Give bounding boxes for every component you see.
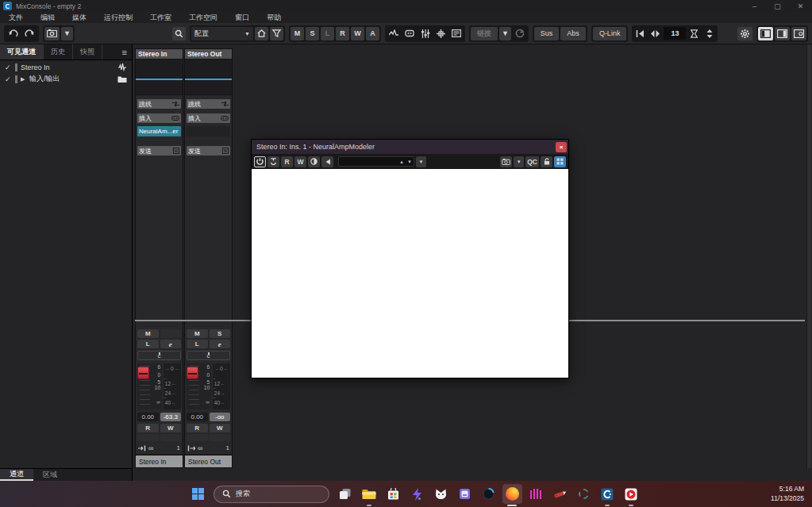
volume-fader[interactable]: 6 0 5 10 ∞ (137, 363, 162, 409)
link-sus-button[interactable]: Sus (534, 27, 560, 40)
read-all-button[interactable]: R (336, 27, 349, 40)
volume-value[interactable]: 0.00 (137, 413, 159, 421)
spectrum-analyzer-app-icon[interactable] (526, 484, 546, 504)
tab-visible-channels[interactable]: 可见通道 (0, 44, 44, 60)
write-automation-button[interactable]: W (210, 424, 231, 432)
tab-zones[interactable]: 区域 (33, 469, 67, 481)
meter-peak-value[interactable]: -63.3 (160, 413, 182, 421)
expand-arrow-icon[interactable]: ▶ (21, 76, 26, 83)
mute-all-button[interactable]: M (291, 27, 304, 40)
strip-header[interactable]: Stereo In (136, 49, 183, 60)
layout-left-zone-button[interactable] (758, 27, 773, 40)
start-button-icon[interactable] (188, 484, 208, 504)
link-group-button[interactable]: 链接 (471, 27, 498, 40)
channel-count-field[interactable]: 13 (664, 27, 686, 40)
input-routing-icon[interactable] (138, 445, 146, 451)
preset-dropdown-icon[interactable]: ▼ (416, 156, 426, 167)
preset-prev-icon[interactable]: ▲ (398, 159, 406, 164)
solo-all-button[interactable]: S (306, 27, 319, 40)
plugin-activate-power-icon[interactable] (254, 156, 266, 167)
menu-file[interactable]: 文件 (0, 13, 32, 23)
layout-setup-button[interactable] (791, 27, 806, 40)
functions-gear-icon[interactable] (737, 27, 752, 40)
bypass-inserts-icon[interactable] (402, 27, 417, 40)
inserts-rack-row[interactable]: 插入 (187, 113, 230, 123)
edit-channel-button[interactable]: e (160, 340, 182, 348)
microsoft-store-icon[interactable] (383, 484, 403, 504)
routing-rack-row[interactable]: 跳线 (137, 99, 181, 109)
file-explorer-icon[interactable] (360, 484, 379, 504)
menu-workspaces[interactable]: 工作空间 (180, 13, 226, 23)
layout-right-zone-button[interactable] (775, 27, 790, 40)
tab-snapshots[interactable]: 快照 (73, 44, 102, 60)
undo-icon[interactable] (6, 27, 21, 40)
channel-left-right-icon[interactable] (648, 27, 662, 40)
volume-value[interactable]: 0.00 (187, 413, 208, 421)
menu-window[interactable]: 窗口 (226, 13, 258, 23)
inserts-rack-row[interactable]: 插入 (137, 113, 181, 123)
strip-pictures-area[interactable] (136, 60, 183, 95)
channel-list-item-stereo-in[interactable]: ✓ Stereo In (5, 62, 127, 72)
media-player-app-icon[interactable] (622, 484, 641, 504)
dark-ring-browser-icon[interactable] (479, 484, 498, 504)
taskbar-search-input[interactable]: 搜索 (214, 486, 329, 503)
fader-handle[interactable] (137, 367, 149, 379)
focus-grid-icon[interactable] (554, 156, 566, 167)
maximize-button[interactable]: ▢ (766, 0, 789, 12)
output-routing-icon[interactable] (187, 445, 195, 451)
channel-name-plate[interactable]: Stereo Out (185, 455, 232, 467)
zoom-spinner-icon[interactable] (702, 27, 716, 40)
tab-channel[interactable]: 通道 (0, 469, 33, 481)
link-edit-icon[interactable] (513, 27, 527, 40)
menu-transport[interactable]: 运行控制 (95, 13, 141, 23)
go-first-channel-icon[interactable] (633, 27, 647, 40)
sends-rack-row[interactable]: 发送 (137, 146, 181, 156)
plugin-read-button[interactable]: R (281, 156, 293, 167)
bypass-eq-icon[interactable] (387, 27, 401, 40)
edit-channel-button[interactable]: e (210, 340, 231, 348)
teal-ring-app-icon[interactable] (574, 484, 594, 504)
channel-name-plate[interactable]: Stereo In (136, 455, 183, 467)
plugin-close-button[interactable]: × (556, 142, 567, 152)
filter-funnel-icon[interactable] (270, 27, 283, 40)
snapshot-camera-icon[interactable] (44, 27, 60, 40)
visibility-check-icon[interactable]: ✓ (5, 63, 12, 71)
visibility-check-icon[interactable]: ✓ (5, 75, 12, 83)
time-display-icon[interactable] (687, 27, 701, 40)
cubase-taskbar-icon[interactable] (598, 484, 618, 504)
plugin-snapshot-camera-icon[interactable] (500, 156, 512, 167)
listen-button[interactable]: L (137, 340, 159, 348)
rack-settings-icon[interactable] (449, 27, 464, 40)
fader-handle[interactable] (187, 367, 198, 379)
link-abs-button[interactable]: Abs (560, 27, 586, 40)
preset-name-field[interactable]: ▲ ▼ (338, 156, 414, 167)
close-button[interactable]: ✕ (789, 0, 812, 12)
configurations-dropdown[interactable]: 配置 ▼ (191, 27, 253, 40)
volume-fader[interactable]: 6 0 5 10 ∞ (187, 363, 211, 409)
read-automation-button[interactable]: R (187, 424, 208, 432)
link-dropdown-icon[interactable]: ▼ (499, 27, 511, 40)
strip-header[interactable]: Stereo Out (185, 49, 232, 60)
qlink-button[interactable]: Q-Link (593, 27, 627, 40)
plugin-editor-area[interactable] (252, 169, 568, 378)
channel-list-item-input-output[interactable]: ✓ ▶ 输入/输出 (5, 74, 127, 84)
routing-rack-row[interactable]: 跳线 (187, 99, 230, 109)
firefox-icon[interactable] (502, 484, 522, 504)
mute-button[interactable]: M (187, 329, 208, 338)
menu-edit[interactable]: 编辑 (32, 13, 63, 23)
insert-slot-empty[interactable] (187, 126, 230, 136)
plugin-copy-ab-icon[interactable] (321, 156, 333, 167)
listen-button[interactable]: L (187, 340, 208, 348)
plugin-ab-compare-icon[interactable] (308, 156, 320, 167)
tab-history[interactable]: 历史 (44, 44, 73, 60)
lightning-audio-app-icon[interactable] (407, 484, 427, 504)
plugin-bypass-icon[interactable] (267, 156, 279, 167)
panel-menu-icon[interactable]: ≡ (117, 44, 132, 60)
pan-control[interactable]: c (137, 351, 181, 360)
sends-rack-row[interactable]: 发送 (187, 146, 230, 156)
pan-control[interactable]: c (187, 351, 230, 360)
solo-button[interactable] (160, 329, 182, 338)
foobar2000-icon[interactable] (431, 484, 451, 504)
quick-controls-button[interactable]: QC (525, 156, 539, 167)
menu-media[interactable]: 媒体 (63, 13, 95, 23)
